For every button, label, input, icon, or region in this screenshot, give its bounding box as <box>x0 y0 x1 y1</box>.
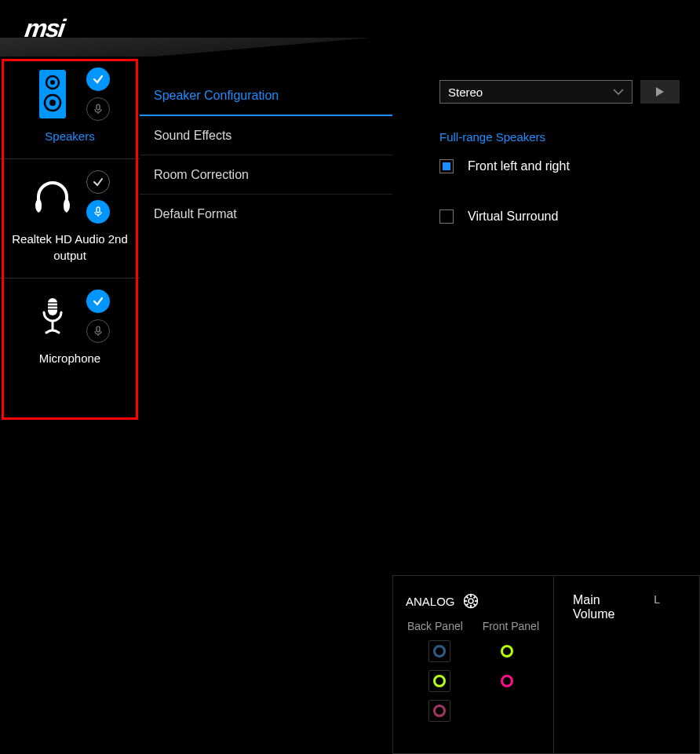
device-microphone[interactable]: Microphone <box>0 279 140 381</box>
test-play-button[interactable] <box>640 80 680 104</box>
front-jack-1[interactable] <box>496 640 518 662</box>
analog-settings-button[interactable] <box>463 593 479 609</box>
default-device-badge[interactable] <box>86 170 110 194</box>
headphones-icon <box>30 180 75 214</box>
svg-point-2 <box>50 80 55 85</box>
back-jack-1[interactable] <box>428 640 450 662</box>
main-volume-label: Main Volume <box>573 593 630 621</box>
checkbox-icon <box>439 209 454 224</box>
svg-line-20 <box>473 604 475 606</box>
svg-point-4 <box>49 100 56 106</box>
back-panel-label: Back Panel <box>407 620 463 632</box>
option-virtual-surround[interactable]: Virtual Surround <box>439 209 681 224</box>
chevron-down-icon <box>613 89 624 95</box>
default-device-badge[interactable] <box>86 290 110 313</box>
device-speakers[interactable]: Speakers <box>0 56 140 159</box>
option-label: Virtual Surround <box>468 209 558 224</box>
app-header: msi <box>0 0 700 56</box>
brand-logo: msi <box>23 14 65 43</box>
settings-tabs: Speaker Configuration Sound Effects Room… <box>140 56 392 754</box>
svg-rect-12 <box>97 326 100 332</box>
svg-line-21 <box>473 597 475 599</box>
bottom-panel: ANALOG <box>392 574 700 754</box>
svg-rect-6 <box>97 207 100 213</box>
svg-rect-5 <box>97 104 100 110</box>
analog-panel: ANALOG <box>392 575 554 754</box>
analog-title: ANALOG <box>406 595 455 608</box>
default-device-badge[interactable] <box>86 67 110 91</box>
option-label: Front left and right <box>468 159 570 173</box>
tab-default-format[interactable]: Default Format <box>140 195 392 234</box>
play-icon <box>655 86 665 97</box>
comm-device-badge[interactable] <box>86 319 110 343</box>
checkbox-icon <box>439 159 454 173</box>
back-jack-3[interactable] <box>428 700 450 722</box>
svg-line-19 <box>466 597 468 599</box>
main-volume-panel: Main Volume L <box>554 575 700 754</box>
tab-speaker-config[interactable]: Speaker Configuration <box>140 77 392 116</box>
dropdown-value: Stereo <box>448 86 483 99</box>
volume-channel-L: L <box>654 593 660 606</box>
speaker-icon <box>30 70 75 118</box>
tab-sound-effects[interactable]: Sound Effects <box>140 116 392 155</box>
svg-point-14 <box>468 599 473 603</box>
svg-line-22 <box>466 604 468 606</box>
device-label: Speakers <box>8 129 132 144</box>
comm-device-badge[interactable] <box>86 97 110 121</box>
back-jack-2[interactable] <box>428 670 450 692</box>
gear-icon <box>463 593 479 609</box>
tab-room-correction[interactable]: Room Correction <box>140 155 392 195</box>
device-realtek-2nd[interactable]: Realtek HD Audio 2nd output <box>0 159 140 279</box>
front-jack-2[interactable] <box>496 670 518 692</box>
speaker-config-dropdown[interactable]: Stereo <box>439 80 633 104</box>
front-panel-label: Front Panel <box>483 620 539 632</box>
device-label: Realtek HD Audio 2nd output <box>8 231 132 264</box>
device-label: Microphone <box>8 351 132 366</box>
svg-rect-7 <box>48 298 57 315</box>
content-panel: Stereo Full-range Speakers Front left an… <box>392 56 700 754</box>
option-front-lr[interactable]: Front left and right <box>439 159 681 173</box>
microphone-icon <box>30 297 75 336</box>
comm-device-badge[interactable] <box>86 200 110 224</box>
full-range-section-label: Full-range Speakers <box>439 130 681 144</box>
device-sidebar: Speakers <box>0 56 140 754</box>
main-layout: Speakers <box>0 56 700 754</box>
